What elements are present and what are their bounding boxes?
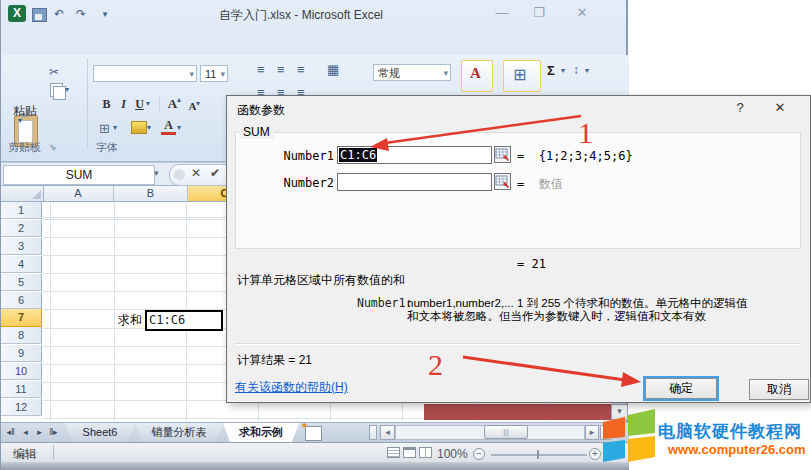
view-normal-icon[interactable] xyxy=(387,447,400,458)
column-header-b[interactable]: B xyxy=(114,186,188,201)
row-header-4[interactable]: 4 xyxy=(1,256,42,273)
font-color-icon[interactable]: A xyxy=(161,119,176,135)
next-sheet-icon[interactable]: ▸ xyxy=(33,425,46,440)
formula-options-icon xyxy=(174,169,185,180)
borders-icon[interactable]: ⊞ xyxy=(99,121,110,136)
row-header-7[interactable]: 7 xyxy=(1,309,42,326)
number2-range-picker-button[interactable] xyxy=(494,173,511,190)
bold-icon[interactable]: B xyxy=(99,96,114,112)
red-filled-cells xyxy=(424,404,611,420)
zoom-out-icon[interactable]: − xyxy=(473,448,485,460)
screenshot-page: X ↶ ↷ ▾ 自学入门.xlsx - Microsoft Excel — ❒ … xyxy=(0,0,811,470)
tab-split-handle[interactable] xyxy=(369,425,377,440)
function-description: 计算单元格区域中所有数值的和 xyxy=(237,272,405,289)
cancel-button[interactable]: 取消 xyxy=(749,379,809,400)
row-header-8[interactable]: 8 xyxy=(1,327,42,344)
cell-c7-formula[interactable]: C1:C6 xyxy=(145,310,223,331)
number-format-combo[interactable]: 常规 xyxy=(373,64,451,81)
row-header-9[interactable]: 9 xyxy=(1,345,42,362)
align-bottom-icon[interactable]: ≡ xyxy=(297,63,305,76)
font-color-dropdown-icon[interactable]: ▾ xyxy=(177,123,181,132)
zoom-slider-thumb[interactable] xyxy=(537,450,539,459)
underline-icon[interactable]: U xyxy=(132,96,147,112)
select-all-corner[interactable] xyxy=(1,186,44,201)
autosum-icon[interactable]: Σ xyxy=(547,63,555,78)
format-as-table-button[interactable]: ⊞ xyxy=(503,60,541,92)
clipboard-dialog-launcher-icon[interactable]: ⇘ xyxy=(49,142,57,152)
confirm-entry-icon[interactable]: ✔ xyxy=(210,166,220,180)
hscroll-left-icon[interactable]: ◂ xyxy=(380,425,395,440)
column-header-a[interactable]: A xyxy=(43,186,114,201)
prev-sheet-icon[interactable]: ◂ xyxy=(19,425,32,440)
function-arguments-dialog: 函数参数 ? ✕ SUM Number1 C1:C6 = {1;2;3;4;5;… xyxy=(226,95,811,403)
number1-label: Number1 xyxy=(279,149,334,163)
window-maximize-button[interactable]: ❒ xyxy=(529,5,549,20)
merge-icon[interactable]: ▦ xyxy=(327,63,339,76)
row-header-10[interactable]: 10 xyxy=(1,363,42,380)
hscroll-thumb[interactable] xyxy=(484,425,528,439)
copy-dropdown-icon[interactable]: ▾ xyxy=(65,85,69,94)
paste-button[interactable]: 粘贴 xyxy=(7,103,43,120)
align-middle-icon[interactable]: ≡ xyxy=(277,63,285,76)
number1-result: = {1;2;3;4;5;6} xyxy=(517,149,633,163)
borders-dropdown-icon[interactable]: ▾ xyxy=(113,123,117,132)
window-close-button[interactable]: ✕ xyxy=(571,5,593,20)
font-size-combo[interactable]: 11 xyxy=(200,65,228,82)
row-header-12[interactable]: 12 xyxy=(1,399,42,416)
sheet-tab-sales-analysis[interactable]: 销量分析表 xyxy=(135,423,223,442)
dialog-title: 函数参数 xyxy=(237,102,285,119)
sheet-tab-sum-example[interactable]: 求和示例 xyxy=(223,423,299,442)
row-headers: 1 2 3 4 5 6 7 8 9 10 11 12 xyxy=(1,202,43,421)
font-name-combo[interactable] xyxy=(93,65,197,82)
sheet-tab-sheet6[interactable]: Sheet6 xyxy=(65,423,135,442)
zoom-slider-track[interactable] xyxy=(491,454,587,456)
row-header-1[interactable]: 1 xyxy=(1,202,42,219)
watermark-logo xyxy=(594,408,658,464)
row-header-11[interactable]: 11 xyxy=(1,381,42,398)
cut-icon[interactable]: ✂ xyxy=(49,65,59,79)
name-box-dropdown-icon[interactable]: ▾ xyxy=(154,168,159,178)
watermark-url: www.computer26.com xyxy=(668,442,806,457)
status-mode: 编辑 xyxy=(13,446,37,463)
italic-icon[interactable]: I xyxy=(116,96,131,112)
excel-app-icon: X xyxy=(8,5,26,22)
last-sheet-icon[interactable]: ‖▸ xyxy=(47,425,60,440)
paste-dropdown-icon[interactable]: ▾ xyxy=(18,116,22,125)
ok-button[interactable]: 确定 xyxy=(645,378,717,399)
range-picker-icon xyxy=(495,147,510,162)
conditional-formatting-button[interactable]: A xyxy=(461,60,493,92)
align-top-icon[interactable]: ≡ xyxy=(257,63,265,76)
number1-range-picker-button[interactable] xyxy=(494,146,511,163)
dialog-help-icon[interactable]: ? xyxy=(732,100,748,115)
fill-color-dropdown-icon[interactable]: ▾ xyxy=(147,123,151,132)
fill-color-icon[interactable] xyxy=(131,121,147,134)
grow-font-arrow-icon: ▴ xyxy=(177,95,181,104)
name-box[interactable]: SUM xyxy=(3,165,155,185)
row-header-3[interactable]: 3 xyxy=(1,238,42,255)
sort-filter-icon[interactable]: ↕ xyxy=(573,63,579,77)
sort-filter-dropdown-icon[interactable]: ▾ xyxy=(585,66,589,75)
underline-dropdown-icon[interactable]: ▾ xyxy=(146,99,150,108)
first-sheet-icon[interactable]: ◂‖ xyxy=(4,425,17,440)
undo-icon[interactable]: ↶ xyxy=(51,6,67,22)
new-sheet-icon[interactable]: * xyxy=(305,426,322,441)
watermark-site-name: 电脑软硬件教程网 xyxy=(658,420,802,443)
view-page-break-icon[interactable] xyxy=(419,447,432,458)
view-page-layout-icon[interactable] xyxy=(403,447,416,458)
number1-input[interactable]: C1:C6 xyxy=(337,146,492,164)
row-header-2[interactable]: 2 xyxy=(1,220,42,237)
dialog-close-icon[interactable]: ✕ xyxy=(771,100,789,115)
cancel-entry-icon[interactable]: ✕ xyxy=(191,166,201,180)
redo-icon[interactable]: ↷ xyxy=(73,6,89,22)
row-header-5[interactable]: 5 xyxy=(1,274,42,291)
autosum-dropdown-icon[interactable]: ▾ xyxy=(561,66,565,75)
number2-input[interactable] xyxy=(337,173,492,191)
status-bar: 编辑 100% − + xyxy=(1,442,629,462)
function-help-link[interactable]: 有关该函数的帮助(H) xyxy=(235,379,348,396)
window-minimize-button[interactable]: — xyxy=(493,5,511,20)
row-header-6[interactable]: 6 xyxy=(1,292,42,309)
qat-customize-icon[interactable]: ▾ xyxy=(97,6,113,22)
save-icon[interactable] xyxy=(32,8,47,22)
function-name-label: SUM xyxy=(239,125,274,139)
range-picker-icon xyxy=(495,174,510,189)
